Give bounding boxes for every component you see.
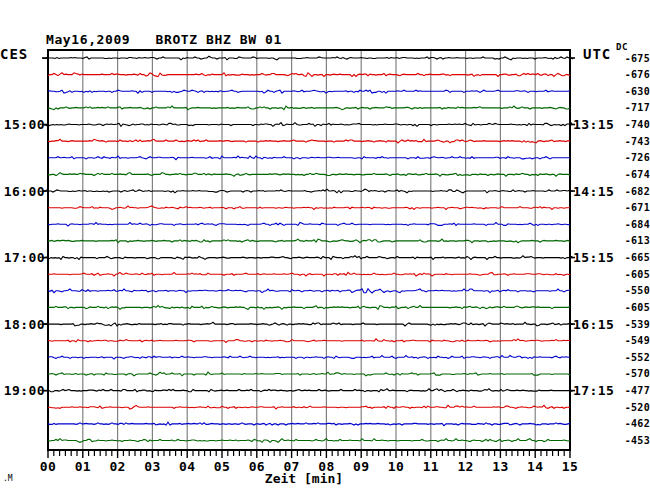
seismogram-trace-row-16 — [43, 322, 573, 326]
x-tick-label-03: 03 — [141, 459, 163, 474]
right-time-label-17:15: 17:15 — [573, 383, 614, 398]
seismogram-plot — [0, 0, 650, 494]
dc-value-row-10: -684 — [612, 219, 650, 230]
left-time-label-17:00: 17:00 — [0, 250, 45, 265]
x-tick-label-02: 02 — [107, 459, 129, 474]
seismogram-trace-row-17 — [48, 339, 570, 343]
left-time-label-18:00: 18:00 — [0, 317, 45, 332]
dc-value-row-6: -726 — [612, 152, 650, 163]
left-time-label-15:00: 15:00 — [0, 117, 45, 132]
dc-value-row-4: -740 — [612, 119, 650, 130]
seismogram-trace-row-21 — [48, 405, 570, 409]
right-time-label-15:15: 15:15 — [573, 250, 614, 265]
seismogram-trace-row-14 — [48, 289, 570, 293]
left-time-label-19:00: 19:00 — [0, 383, 45, 398]
dc-value-row-16: -539 — [612, 319, 650, 330]
seismogram-trace-row-0 — [43, 56, 573, 60]
x-tick-label-08: 08 — [315, 459, 337, 474]
right-time-label-14:15: 14:15 — [573, 184, 614, 199]
dc-value-row-13: -605 — [612, 269, 650, 280]
x-tick-label-14: 14 — [524, 459, 546, 474]
left-timezone-label: CES — [0, 46, 28, 62]
x-tick-label-06: 06 — [246, 459, 268, 474]
x-tick-label-11: 11 — [420, 459, 442, 474]
dc-value-row-14: -550 — [612, 285, 650, 296]
x-tick-label-09: 09 — [350, 459, 372, 474]
seismogram-trace-row-4 — [43, 123, 573, 127]
dc-value-row-9: -671 — [612, 202, 650, 213]
seismogram-trace-row-19 — [48, 372, 570, 376]
dc-value-row-19: -570 — [612, 368, 650, 379]
dc-value-row-11: -613 — [612, 235, 650, 246]
x-tick-label-13: 13 — [489, 459, 511, 474]
dc-value-row-17: -549 — [612, 335, 650, 346]
x-tick-label-12: 12 — [455, 459, 477, 474]
seismogram-trace-row-2 — [48, 90, 570, 93]
x-tick-label-05: 05 — [211, 459, 233, 474]
right-timezone-label: UTC — [583, 46, 611, 62]
seismogram-trace-row-1 — [48, 73, 570, 77]
seismogram-trace-row-15 — [48, 306, 570, 310]
x-tick-label-07: 07 — [281, 459, 303, 474]
right-time-label-13:15: 13:15 — [573, 117, 614, 132]
plot-title: May16,2009 BROTZ BHZ BW 01 — [46, 32, 282, 47]
x-tick-label-15: 15 — [559, 459, 581, 474]
dc-value-row-23: -453 — [612, 435, 650, 446]
seismogram-trace-row-9 — [48, 206, 570, 210]
seismogram-trace-row-3 — [48, 106, 570, 110]
x-tick-label-00: 00 — [37, 459, 59, 474]
dc-offset-header: DC — [616, 42, 628, 52]
x-tick-label-01: 01 — [72, 459, 94, 474]
dc-value-row-20: -477 — [612, 385, 650, 396]
dc-value-row-3: -717 — [612, 102, 650, 113]
seismogram-trace-row-10 — [48, 223, 570, 227]
dc-value-row-18: -552 — [612, 352, 650, 363]
seismogram-trace-row-13 — [48, 272, 570, 276]
dc-value-row-22: -462 — [612, 418, 650, 429]
corner-watermark: .M — [3, 474, 13, 483]
right-time-label-16:15: 16:15 — [573, 317, 614, 332]
dc-value-row-2: -630 — [612, 86, 650, 97]
dc-value-row-5: -743 — [612, 136, 650, 147]
dc-value-row-7: -674 — [612, 169, 650, 180]
helicorder-screen: May16,2009 BROTZ BHZ BW 01 CES UTC DC Ze… — [0, 0, 650, 494]
left-time-label-16:00: 16:00 — [0, 184, 45, 199]
dc-value-row-0: -675 — [612, 53, 650, 64]
seismogram-trace-row-5 — [48, 139, 570, 143]
dc-value-row-1: -676 — [612, 69, 650, 80]
seismogram-trace-row-11 — [48, 239, 570, 243]
dc-value-row-8: -682 — [612, 186, 650, 197]
dc-value-row-15: -605 — [612, 302, 650, 313]
seismogram-trace-row-23 — [48, 439, 570, 443]
x-tick-label-04: 04 — [176, 459, 198, 474]
seismogram-trace-row-22 — [48, 422, 570, 426]
seismogram-trace-row-7 — [48, 173, 570, 177]
seismogram-trace-row-12 — [43, 256, 573, 260]
seismogram-trace-row-18 — [48, 356, 570, 360]
dc-value-row-21: -520 — [612, 402, 650, 413]
dc-value-row-12: -665 — [612, 252, 650, 263]
seismogram-trace-row-20 — [43, 389, 573, 392]
seismogram-trace-row-6 — [48, 156, 570, 160]
x-tick-label-10: 10 — [385, 459, 407, 474]
seismogram-trace-row-8 — [43, 189, 573, 193]
